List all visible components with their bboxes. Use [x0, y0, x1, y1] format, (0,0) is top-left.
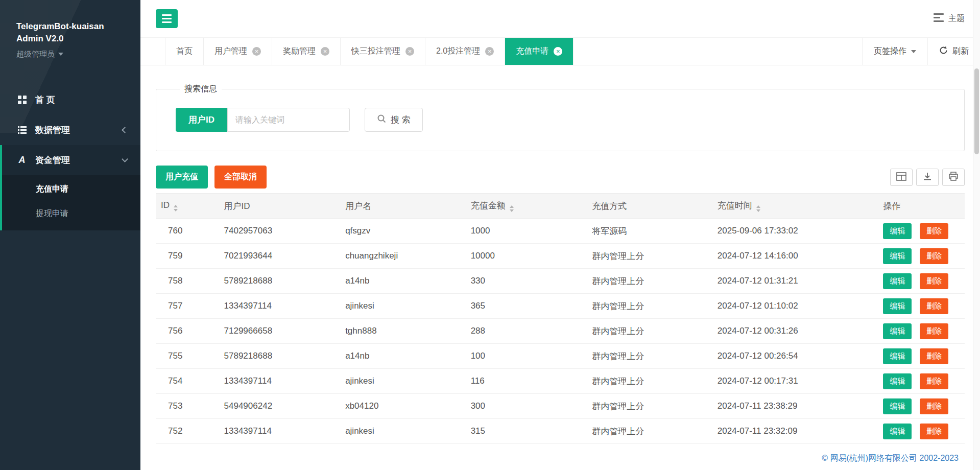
- sidebar-item-label: 资金管理: [35, 154, 70, 166]
- delete-button[interactable]: 删除: [920, 323, 948, 339]
- table-row: 754 1334397114 ajinkesi 116 群内管理上分 2024-…: [156, 369, 965, 394]
- theme-icon: [934, 13, 944, 24]
- delete-button[interactable]: 删除: [920, 223, 948, 239]
- sidebar-subitem[interactable]: 充值申请: [2, 177, 140, 202]
- scrollbar-track[interactable]: [973, 0, 980, 470]
- column-header: 充值时间: [712, 194, 878, 219]
- delete-button[interactable]: 删除: [920, 398, 948, 414]
- tab-close-icon[interactable]: [321, 47, 329, 56]
- cell-id: 758: [156, 269, 219, 294]
- table-row: 755 5789218688 a14nb 100 群内管理上分 2024-07-…: [156, 344, 965, 369]
- refresh-label: 刷新: [952, 46, 969, 57]
- edit-button[interactable]: 编辑: [883, 424, 912, 439]
- edit-button[interactable]: 编辑: [883, 373, 912, 389]
- cell-amount: 116: [466, 369, 587, 394]
- sidebar-item-fund-management[interactable]: 资金管理: [2, 145, 140, 175]
- edit-button[interactable]: 编辑: [883, 248, 912, 264]
- sort-toggle-icon[interactable]: [756, 205, 760, 212]
- user-recharge-button[interactable]: 用户充值: [156, 166, 208, 189]
- sidebar-subitem-label: 提现申请: [36, 208, 68, 219]
- table-row: 752 1334397114 ajinkesi 315 群内管理上分 2024-…: [156, 419, 965, 444]
- copyright-text: © 网易(杭州)网络有限公司 2002-2023: [822, 453, 959, 464]
- cell-actions: 编辑 删除: [878, 394, 965, 419]
- delete-button[interactable]: 删除: [920, 348, 948, 364]
- search-button-label: 搜 索: [391, 114, 411, 126]
- tab[interactable]: 用户管理: [204, 38, 272, 65]
- search-panel-title: 搜索信息: [180, 84, 222, 95]
- print-icon: [948, 172, 959, 182]
- sidebar-item-data-management[interactable]: 数据管理: [0, 115, 140, 145]
- search-button[interactable]: 搜 索: [365, 108, 423, 132]
- tab[interactable]: 充值申请: [505, 38, 573, 65]
- tab[interactable]: 奖励管理: [272, 38, 341, 65]
- cell-id: 755: [156, 344, 219, 369]
- edit-button[interactable]: 编辑: [883, 223, 912, 239]
- tab-close-icon[interactable]: [485, 47, 494, 56]
- cell-amount: 330: [466, 269, 587, 294]
- theme-switcher[interactable]: 主题: [934, 13, 965, 24]
- cell-method: 群内管理上分: [587, 244, 712, 269]
- columns-toggle-button[interactable]: [890, 169, 913, 186]
- refresh-button[interactable]: 刷新: [927, 38, 980, 65]
- cell-time: 2024-07-11 23:32:09: [712, 419, 878, 444]
- app-title: TelegramBot-kuaisan Admin V2.0: [16, 20, 108, 45]
- table-toolbar: 用户充值 全部取消: [156, 166, 965, 189]
- tab-operations-dropdown[interactable]: 页签操作: [862, 38, 927, 65]
- tab-close-icon[interactable]: [405, 47, 414, 56]
- delete-button[interactable]: 删除: [920, 273, 948, 289]
- delete-button[interactable]: 删除: [920, 373, 948, 389]
- cell-actions: 编辑 删除: [878, 319, 965, 344]
- cell-actions: 编辑 删除: [878, 219, 965, 244]
- print-button[interactable]: [942, 169, 965, 186]
- cell-id: 754: [156, 369, 219, 394]
- cell-time: 2024-07-12 01:31:21: [712, 269, 878, 294]
- sidebar-subitem[interactable]: 提现申请: [2, 202, 140, 226]
- delete-button[interactable]: 删除: [920, 298, 948, 314]
- cell-username: tghn888: [340, 319, 466, 344]
- cell-username: ajinkesi: [340, 419, 466, 444]
- scrollbar-thumb[interactable]: [974, 68, 979, 154]
- tab[interactable]: 快三投注管理: [341, 38, 425, 65]
- edit-button[interactable]: 编辑: [883, 298, 912, 314]
- cell-amount: 1000: [466, 219, 587, 244]
- search-input[interactable]: [227, 108, 350, 132]
- edit-button[interactable]: 编辑: [883, 323, 912, 339]
- tab-close-icon[interactable]: [252, 47, 261, 56]
- edit-button[interactable]: 编辑: [883, 398, 912, 414]
- search-row: 用户ID 搜 索: [176, 108, 964, 132]
- delete-button[interactable]: 删除: [920, 424, 948, 439]
- cell-id: 759: [156, 244, 219, 269]
- tab-label: 奖励管理: [283, 46, 316, 57]
- tab-label: 2.0投注管理: [436, 46, 480, 57]
- column-header-label: 操作: [883, 201, 900, 211]
- edit-button[interactable]: 编辑: [883, 348, 912, 364]
- cell-user-id: 1334397114: [219, 369, 341, 394]
- sidebar-item-label: 首 页: [35, 94, 55, 106]
- edit-button[interactable]: 编辑: [883, 273, 912, 289]
- tab[interactable]: 2.0投注管理: [425, 38, 505, 65]
- tab-operations-label: 页签操作: [874, 46, 906, 57]
- cell-time: 2024-07-12 01:10:02: [712, 294, 878, 319]
- sidebar-item-home[interactable]: 首 页: [0, 85, 140, 115]
- sort-toggle-icon[interactable]: [174, 205, 178, 212]
- cancel-all-button[interactable]: 全部取消: [214, 166, 267, 189]
- tab-label: 快三投注管理: [351, 46, 400, 57]
- table-row: 759 7021993644 chuangzhikeji 10000 群内管理上…: [156, 244, 965, 269]
- cell-user-id: 5494906242: [219, 394, 341, 419]
- table-tools: [890, 169, 965, 186]
- search-field-selector-button[interactable]: 用户ID: [176, 108, 227, 132]
- sidebar-toggle-button[interactable]: [156, 9, 178, 28]
- cell-method: 群内管理上分: [587, 294, 712, 319]
- sidebar: TelegramBot-kuaisan Admin V2.0 超级管理员 首 页…: [0, 0, 140, 470]
- sidebar-submenu: 充值申请 提现申请: [2, 175, 140, 230]
- column-header: 充值方式: [587, 194, 712, 219]
- admin-role-dropdown[interactable]: 超级管理员: [16, 50, 63, 59]
- tab-close-icon[interactable]: [554, 47, 562, 56]
- sort-toggle-icon[interactable]: [510, 205, 514, 212]
- tab[interactable]: 首页: [165, 38, 204, 65]
- sidebar-item-label: 数据管理: [35, 124, 70, 136]
- export-button[interactable]: [916, 169, 939, 186]
- delete-button[interactable]: 删除: [920, 248, 948, 264]
- cell-id: 756: [156, 319, 219, 344]
- cell-username: a14nb: [340, 269, 466, 294]
